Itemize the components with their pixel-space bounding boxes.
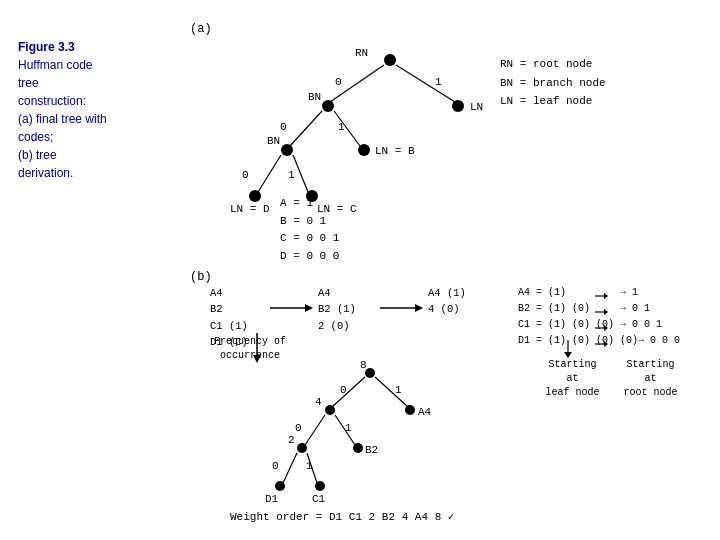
svg-line-36 [332,377,365,407]
svg-text:1: 1 [288,169,295,181]
caption-line6: (b) tree [18,148,57,162]
svg-text:LN = A: LN = A [470,101,490,113]
svg-text:D1: D1 [265,493,279,505]
svg-line-20 [258,155,281,192]
svg-marker-67 [564,352,572,358]
svg-text:B2: B2 [365,444,378,456]
code-d: D = 0 0 0 [280,248,339,266]
svg-text:0: 0 [242,169,249,181]
svg-marker-65 [604,341,608,347]
svg-line-52 [283,453,297,483]
svg-text:BN: BN [267,135,280,147]
figure-caption: Figure 3.3 Huffman code tree constructio… [18,38,148,182]
svg-text:C1: C1 [312,493,326,505]
svg-point-48 [353,443,363,453]
code-b: B = 0 1 [280,213,339,231]
svg-point-6 [452,100,464,112]
step2-row3: 2 (0) [318,318,356,334]
svg-point-56 [315,481,325,491]
weight-order: Weight order = D1 C1 2 B2 4 A4 8 ✓ [230,510,454,523]
svg-point-14 [358,144,370,156]
tree-b-diagram: 8 0 1 4 A4 0 1 2 B2 0 1 D1 C1 [250,355,500,505]
code-c: C = 0 0 1 [280,230,339,248]
step3-table: A4 (1) 4 (0) [428,285,466,318]
svg-line-45 [335,415,355,445]
step1-row3: C1 (1) [210,318,248,334]
legend-ln: LN = leaf node [500,92,606,111]
svg-line-37 [375,377,408,407]
svg-text:BN: BN [308,91,321,103]
caption-line1: Huffman code [18,58,93,72]
right-arrows [590,288,610,368]
part-b-label: (b) [190,270,212,284]
page-container: Figure 3.3 Huffman code tree constructio… [0,0,720,540]
svg-line-21 [293,155,308,192]
arrow1 [265,288,315,338]
svg-line-5 [396,65,455,102]
step3-row1: A4 (1) [428,285,466,301]
svg-text:0: 0 [295,422,302,434]
svg-marker-63 [604,325,608,331]
svg-point-40 [405,405,415,415]
step2-table: A4 B2 (1) 2 (0) [318,285,356,334]
svg-marker-59 [604,293,608,299]
step1-row1: A4 [210,285,248,301]
svg-text:LN = B: LN = B [375,145,415,157]
svg-point-22 [249,190,261,202]
svg-text:1: 1 [395,384,402,396]
figure-title: Figure 3.3 [18,40,75,54]
svg-point-54 [275,481,285,491]
svg-text:1: 1 [338,121,345,133]
svg-text:RN: RN [355,47,368,59]
svg-text:2: 2 [288,434,295,446]
svg-point-0 [384,54,396,66]
caption-line5: codes; [18,130,53,144]
codes-block: A = 1 B = 0 1 C = 0 0 1 D = 0 0 0 [280,195,339,265]
caption-line2: tree [18,76,39,90]
legend-rn: RN = root node [500,55,606,74]
svg-text:0: 0 [272,460,279,472]
svg-text:LN = D: LN = D [230,203,270,215]
svg-point-38 [325,405,335,415]
svg-marker-61 [604,309,608,315]
svg-point-16 [281,144,293,156]
svg-line-44 [305,415,325,445]
arrow2 [375,288,425,338]
svg-text:8: 8 [360,359,367,371]
svg-text:1: 1 [435,76,442,88]
legend-block: RN = root node BN = branch node LN = lea… [500,55,606,111]
step2-row1: A4 [318,285,356,301]
svg-text:4: 4 [315,396,322,408]
down-arrow-leaf [558,340,578,360]
svg-text:A4: A4 [418,406,432,418]
svg-line-12 [290,111,322,146]
svg-point-8 [322,100,334,112]
code-a: A = 1 [280,195,339,213]
caption-line7: derivation. [18,166,73,180]
legend-bn: BN = branch node [500,74,606,93]
starting-root: Startingatroot node [618,358,683,400]
step2-row2: B2 (1) [318,301,356,317]
svg-text:0: 0 [280,121,287,133]
svg-marker-27 [305,304,313,312]
step1-row2: B2 [210,301,248,317]
step3-row2: 4 (0) [428,301,466,317]
svg-point-46 [297,443,307,453]
caption-line3: construction: [18,94,86,108]
svg-marker-29 [415,304,423,312]
svg-text:0: 0 [335,76,342,88]
caption-line4: (a) final tree with [18,112,107,126]
